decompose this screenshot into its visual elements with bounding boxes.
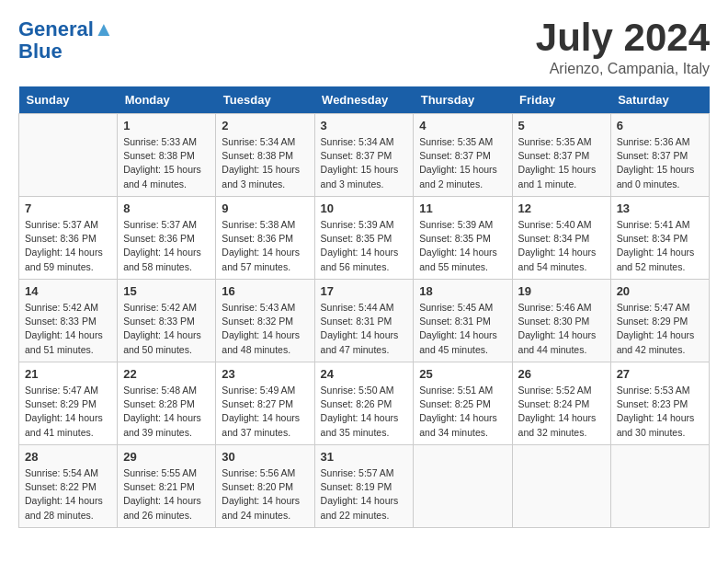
day-info: Sunrise: 5:38 AMSunset: 8:36 PMDaylight:… (222, 218, 308, 274)
calendar-cell: 28Sunrise: 5:54 AMSunset: 8:22 PMDayligh… (19, 445, 118, 528)
day-number: 11 (419, 201, 506, 215)
day-number: 17 (321, 284, 408, 298)
day-number: 1 (123, 119, 210, 132)
day-info: Sunrise: 5:44 AMSunset: 8:31 PMDaylight:… (321, 301, 408, 357)
day-number: 2 (222, 119, 308, 132)
day-info: Sunrise: 5:47 AMSunset: 8:29 PMDaylight:… (25, 384, 111, 440)
week-row-3: 14Sunrise: 5:42 AMSunset: 8:33 PMDayligh… (19, 280, 710, 362)
calendar-cell: 17Sunrise: 5:44 AMSunset: 8:31 PMDayligh… (314, 280, 414, 362)
calendar-cell: 7Sunrise: 5:37 AMSunset: 8:36 PMDaylight… (19, 197, 118, 280)
week-row-1: 1Sunrise: 5:33 AMSunset: 8:38 PMDaylight… (19, 114, 710, 197)
location: Arienzo, Campania, Italy (536, 61, 710, 77)
day-number: 26 (518, 367, 605, 381)
logo-general: General (18, 17, 94, 40)
day-info: Sunrise: 5:55 AMSunset: 8:21 PMDaylight:… (123, 466, 210, 523)
day-info: Sunrise: 5:34 AMSunset: 8:38 PMDaylight:… (222, 135, 308, 191)
calendar-cell (512, 445, 610, 528)
day-info: Sunrise: 5:48 AMSunset: 8:28 PMDaylight:… (123, 384, 210, 440)
page-header: General▲ Blue July 2024 Arienzo, Campani… (18, 18, 710, 77)
day-number: 14 (25, 284, 111, 298)
day-number: 22 (123, 367, 210, 381)
title-block: July 2024 Arienzo, Campania, Italy (536, 18, 710, 77)
calendar-cell: 2Sunrise: 5:34 AMSunset: 8:38 PMDaylight… (216, 114, 314, 197)
calendar-cell: 19Sunrise: 5:46 AMSunset: 8:30 PMDayligh… (512, 280, 610, 362)
day-number: 12 (518, 201, 605, 215)
day-info: Sunrise: 5:35 AMSunset: 8:37 PMDaylight:… (518, 135, 605, 191)
week-row-2: 7Sunrise: 5:37 AMSunset: 8:36 PMDaylight… (19, 197, 710, 280)
day-number: 7 (25, 201, 111, 215)
day-info: Sunrise: 5:35 AMSunset: 8:37 PMDaylight:… (419, 135, 506, 191)
col-header-sunday: Sunday (19, 86, 118, 114)
logo: General▲ Blue (18, 18, 114, 63)
header-row: SundayMondayTuesdayWednesdayThursdayFrid… (19, 86, 710, 114)
calendar-cell (19, 114, 118, 197)
day-number: 13 (617, 201, 703, 215)
calendar-cell: 20Sunrise: 5:47 AMSunset: 8:29 PMDayligh… (610, 280, 709, 362)
day-number: 30 (222, 450, 308, 464)
calendar-cell: 11Sunrise: 5:39 AMSunset: 8:35 PMDayligh… (414, 197, 512, 280)
day-number: 16 (222, 284, 308, 298)
day-number: 25 (419, 367, 506, 381)
day-number: 31 (321, 450, 408, 464)
day-number: 3 (321, 119, 408, 132)
col-header-tuesday: Tuesday (216, 86, 314, 114)
day-number: 5 (518, 119, 605, 132)
col-header-wednesday: Wednesday (314, 86, 414, 114)
day-info: Sunrise: 5:42 AMSunset: 8:33 PMDaylight:… (25, 301, 111, 357)
day-info: Sunrise: 5:56 AMSunset: 8:20 PMDaylight:… (222, 466, 308, 523)
calendar-cell: 23Sunrise: 5:49 AMSunset: 8:27 PMDayligh… (216, 362, 314, 445)
day-number: 23 (222, 367, 308, 381)
day-info: Sunrise: 5:54 AMSunset: 8:22 PMDaylight:… (25, 466, 111, 523)
calendar-cell: 22Sunrise: 5:48 AMSunset: 8:28 PMDayligh… (118, 362, 216, 445)
day-info: Sunrise: 5:39 AMSunset: 8:35 PMDaylight:… (419, 218, 506, 274)
calendar-cell: 5Sunrise: 5:35 AMSunset: 8:37 PMDaylight… (512, 114, 610, 197)
day-info: Sunrise: 5:37 AMSunset: 8:36 PMDaylight:… (123, 218, 210, 274)
day-info: Sunrise: 5:34 AMSunset: 8:37 PMDaylight:… (321, 135, 408, 191)
day-info: Sunrise: 5:53 AMSunset: 8:23 PMDaylight:… (617, 384, 703, 440)
day-info: Sunrise: 5:39 AMSunset: 8:35 PMDaylight:… (321, 218, 408, 274)
calendar-cell: 25Sunrise: 5:51 AMSunset: 8:25 PMDayligh… (414, 362, 512, 445)
day-number: 28 (25, 450, 111, 464)
logo-triangle-icon: ▲ (94, 17, 114, 40)
day-number: 4 (419, 119, 506, 132)
calendar-cell: 27Sunrise: 5:53 AMSunset: 8:23 PMDayligh… (610, 362, 709, 445)
day-number: 10 (321, 201, 408, 215)
calendar-cell: 12Sunrise: 5:40 AMSunset: 8:34 PMDayligh… (512, 197, 610, 280)
day-number: 20 (617, 284, 703, 298)
day-info: Sunrise: 5:47 AMSunset: 8:29 PMDaylight:… (617, 301, 703, 357)
calendar-cell: 1Sunrise: 5:33 AMSunset: 8:38 PMDaylight… (118, 114, 216, 197)
col-header-saturday: Saturday (610, 86, 709, 114)
calendar-cell: 24Sunrise: 5:50 AMSunset: 8:26 PMDayligh… (314, 362, 414, 445)
calendar-cell: 8Sunrise: 5:37 AMSunset: 8:36 PMDaylight… (118, 197, 216, 280)
day-info: Sunrise: 5:45 AMSunset: 8:31 PMDaylight:… (419, 301, 506, 357)
day-info: Sunrise: 5:43 AMSunset: 8:32 PMDaylight:… (222, 301, 308, 357)
day-number: 19 (518, 284, 605, 298)
calendar-cell: 14Sunrise: 5:42 AMSunset: 8:33 PMDayligh… (19, 280, 118, 362)
day-info: Sunrise: 5:41 AMSunset: 8:34 PMDaylight:… (617, 218, 703, 274)
day-number: 27 (617, 367, 703, 381)
day-number: 9 (222, 201, 308, 215)
calendar-cell: 4Sunrise: 5:35 AMSunset: 8:37 PMDaylight… (414, 114, 512, 197)
day-info: Sunrise: 5:33 AMSunset: 8:38 PMDaylight:… (123, 135, 210, 191)
calendar-cell: 18Sunrise: 5:45 AMSunset: 8:31 PMDayligh… (414, 280, 512, 362)
col-header-friday: Friday (512, 86, 610, 114)
day-info: Sunrise: 5:40 AMSunset: 8:34 PMDaylight:… (518, 218, 605, 274)
day-info: Sunrise: 5:50 AMSunset: 8:26 PMDaylight:… (321, 384, 408, 440)
calendar-cell: 30Sunrise: 5:56 AMSunset: 8:20 PMDayligh… (216, 445, 314, 528)
day-info: Sunrise: 5:49 AMSunset: 8:27 PMDaylight:… (222, 384, 308, 440)
day-number: 29 (123, 450, 210, 464)
logo-blue: Blue (18, 40, 63, 63)
calendar-table: SundayMondayTuesdayWednesdayThursdayFrid… (18, 86, 710, 528)
day-number: 24 (321, 367, 408, 381)
calendar-cell: 16Sunrise: 5:43 AMSunset: 8:32 PMDayligh… (216, 280, 314, 362)
day-number: 15 (123, 284, 210, 298)
day-number: 21 (25, 367, 111, 381)
day-info: Sunrise: 5:51 AMSunset: 8:25 PMDaylight:… (419, 384, 506, 440)
calendar-cell: 3Sunrise: 5:34 AMSunset: 8:37 PMDaylight… (314, 114, 414, 197)
day-number: 6 (617, 119, 703, 132)
week-row-4: 21Sunrise: 5:47 AMSunset: 8:29 PMDayligh… (19, 362, 710, 445)
calendar-cell: 21Sunrise: 5:47 AMSunset: 8:29 PMDayligh… (19, 362, 118, 445)
calendar-cell: 29Sunrise: 5:55 AMSunset: 8:21 PMDayligh… (118, 445, 216, 528)
calendar-cell: 26Sunrise: 5:52 AMSunset: 8:24 PMDayligh… (512, 362, 610, 445)
day-info: Sunrise: 5:52 AMSunset: 8:24 PMDaylight:… (518, 384, 605, 440)
